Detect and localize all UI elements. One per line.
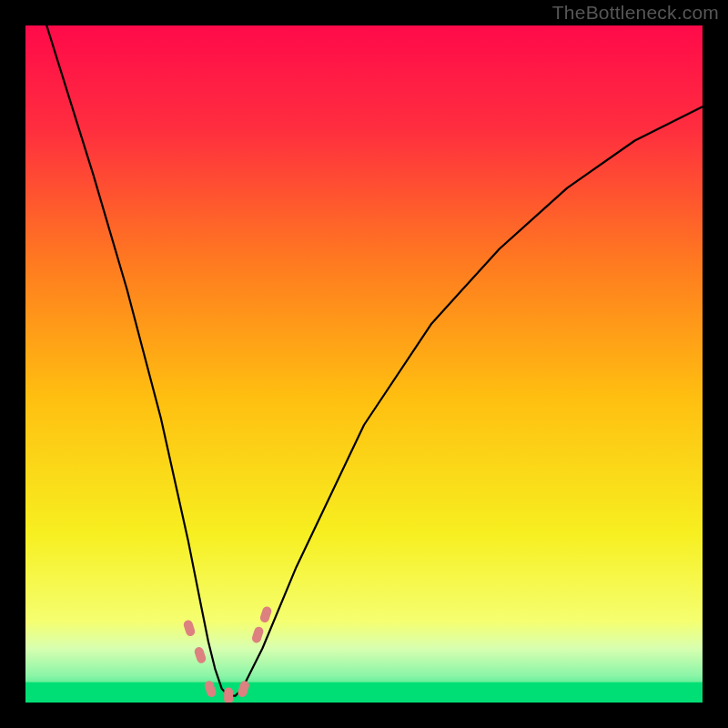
chart-svg [25,25,703,703]
plot-area [25,25,703,703]
chart-frame: TheBottleneck.com [0,0,728,728]
green-band [25,682,703,703]
chart-background [25,25,703,703]
marker-4 [224,688,233,703]
watermark-text: TheBottleneck.com [552,2,719,24]
